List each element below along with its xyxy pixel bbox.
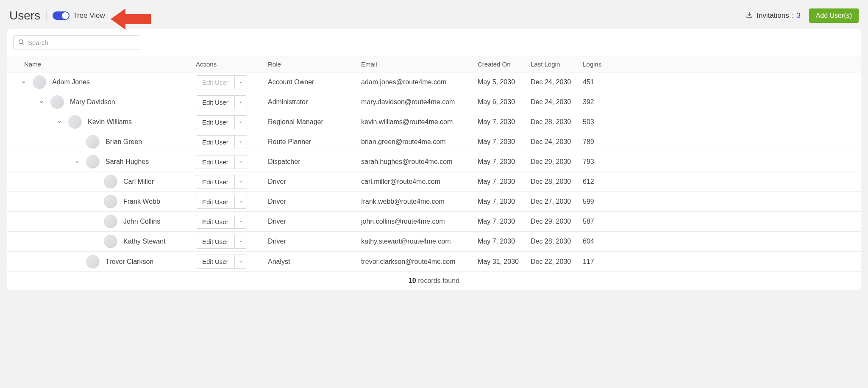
avatar [104,215,117,228]
avatar [86,255,100,269]
search-field[interactable] [28,39,136,46]
user-name: Kathy Stewart [123,238,166,245]
svg-point-1 [19,40,23,44]
edit-user-button[interactable]: Edit User [196,195,234,208]
avatar [86,135,100,149]
user-logins: 451 [583,78,617,86]
user-role: Regional Manager [268,118,361,126]
edit-user-button[interactable]: Edit User [196,136,234,149]
edit-user-button[interactable]: Edit User [196,215,234,228]
edit-user-dropdown-button[interactable] [234,195,247,208]
table-row: Kevin WilliamsEdit UserRegional Managerk… [7,112,861,132]
user-email: kathy.stewart@route4me.com [361,238,478,245]
user-name: Mary Davidson [70,98,115,106]
user-created: May 6, 2030 [478,98,531,106]
col-header-created: Created On [478,61,531,68]
table-row: Adam JonesEdit UserAccount Owneradam.jon… [7,72,861,92]
user-last-login: Dec 29, 2030 [531,158,583,166]
user-name: Sarah Hughes [106,158,149,166]
user-email: brian.green@route4me.com [361,138,478,146]
col-header-login: Last Login [531,61,583,68]
edit-user-button[interactable]: Edit User [196,155,234,169]
user-created: May 7, 2030 [478,118,531,126]
svg-marker-0 [111,8,151,30]
user-last-login: Dec 24, 2030 [531,98,583,106]
user-email: frank.webb@route4me.com [361,198,478,205]
footer-label: records found [418,277,459,284]
toggle-switch-icon[interactable] [53,11,70,20]
user-created: May 31, 2030 [478,258,531,266]
user-name: Frank Webb [123,198,160,205]
avatar [104,195,117,208]
avatar [68,115,82,129]
user-role: Analyst [268,258,361,266]
table-footer: 10 records found [7,272,861,290]
edit-user-button: Edit User [196,76,234,89]
search-icon [18,39,25,47]
table-row: Sarah HughesEdit UserDispatchersarah.hug… [7,152,861,172]
tree-view-toggle[interactable]: Tree View [53,11,105,20]
avatar [33,75,46,89]
chevron-down-icon[interactable] [39,99,45,105]
table-row: Brian GreenEdit UserRoute Plannerbrian.g… [7,132,861,152]
user-logins: 612 [583,178,617,186]
user-logins: 117 [583,258,617,266]
col-header-role: Role [268,61,361,68]
chevron-down-icon[interactable] [74,159,80,165]
add-user-button[interactable]: Add User(s) [809,8,859,23]
user-role: Driver [268,198,361,205]
table-header: Name Actions Role Email Created On Last … [7,56,861,72]
edit-user-button[interactable]: Edit User [196,175,234,188]
table-row: Frank WebbEdit UserDriverfrank.webb@rout… [7,192,861,212]
user-created: May 7, 2030 [478,218,531,225]
invitations-label: Invitations : [757,11,793,20]
edit-user-dropdown-button[interactable] [234,96,247,109]
avatar [104,175,117,188]
edit-user-button[interactable]: Edit User [196,116,234,129]
user-role: Dispatcher [268,158,361,166]
edit-user-dropdown-button[interactable] [234,155,247,169]
search-input[interactable] [13,35,140,50]
user-role: Account Owner [268,78,361,86]
edit-user-dropdown-button[interactable] [234,255,247,268]
user-created: May 5, 2030 [478,78,531,86]
table-row: Carl MillerEdit UserDrivercarl.miller@ro… [7,172,861,192]
user-last-login: Dec 24, 2030 [531,78,583,86]
chevron-down-icon[interactable] [56,119,62,125]
user-logins: 793 [583,158,617,166]
user-logins: 503 [583,118,617,126]
edit-user-dropdown-button[interactable] [234,175,247,188]
user-logins: 392 [583,98,617,106]
user-email: trevor.clarkson@route4me.com [361,258,478,266]
table-row: John CollinsEdit UserDriverjohn.collins@… [7,212,861,232]
user-name: Kevin Williams [88,118,132,126]
edit-user-dropdown-button[interactable] [234,116,247,129]
invitations-count: 3 [796,11,800,20]
edit-user-dropdown-button[interactable] [234,215,247,228]
vertical-divider [46,11,47,20]
edit-user-button[interactable]: Edit User [196,96,234,109]
user-email: john.collins@route4me.com [361,218,478,225]
user-created: May 7, 2030 [478,138,531,146]
avatar [50,95,64,109]
user-email: mary.davidson@route4me.com [361,98,478,106]
user-role: Administrator [268,98,361,106]
user-email: kevin.williams@route4me.com [361,118,478,126]
edit-user-dropdown-button[interactable] [234,136,247,149]
download-icon [746,11,753,21]
table-row: Mary DavidsonEdit UserAdministratormary.… [7,92,861,112]
user-name: Carl Miller [123,178,154,186]
edit-user-button[interactable]: Edit User [196,255,234,268]
edit-user-dropdown-button[interactable] [234,76,247,89]
col-header-email: Email [361,61,478,68]
edit-user-button[interactable]: Edit User [196,235,234,248]
user-role: Driver [268,178,361,186]
footer-count: 10 [409,277,416,284]
invitations-link[interactable]: Invitations : 3 [746,11,800,21]
page-title: Users [9,9,40,22]
edit-user-dropdown-button[interactable] [234,235,247,248]
user-email: carl.miller@route4me.com [361,178,478,186]
chevron-down-icon[interactable] [21,79,27,85]
user-name: Brian Green [106,138,142,146]
toggle-label: Tree View [73,11,105,20]
